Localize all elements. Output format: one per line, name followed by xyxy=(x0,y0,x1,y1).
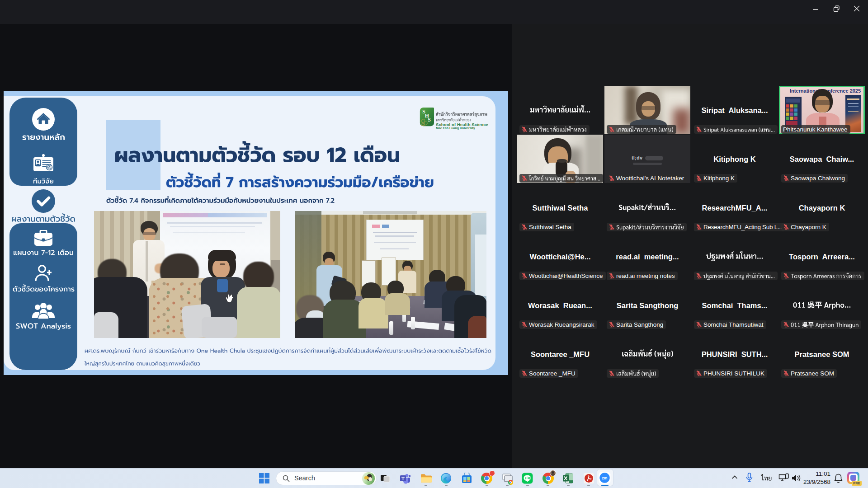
svg-text:zm: zm xyxy=(602,476,608,480)
svg-text:S: S xyxy=(428,117,431,123)
